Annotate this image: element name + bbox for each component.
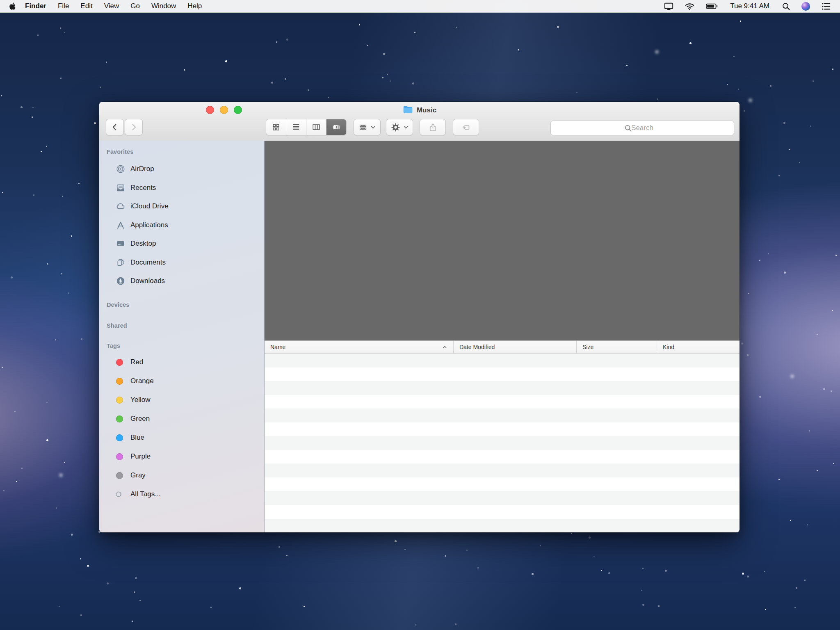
- list-row-stripe: [265, 519, 740, 533]
- sidebar-item-label: Purple: [130, 452, 151, 461]
- tag-color-dot-orange: [116, 378, 123, 385]
- list-row-stripe: [265, 463, 740, 477]
- window-title: Music: [99, 104, 740, 116]
- sidebar-item-applications[interactable]: Applications: [99, 218, 264, 232]
- sidebar-section-favorites: Favorites: [107, 147, 133, 156]
- menu-window[interactable]: Window: [146, 0, 182, 12]
- list-row-stripe: [265, 477, 740, 491]
- icloud-drive-icon: [116, 201, 126, 211]
- documents-icon: [116, 258, 126, 267]
- menu-bar: FinderFileEditViewGoWindowHelp Tue 9:41 …: [0, 0, 840, 13]
- sidebar-item-documents[interactable]: Documents: [99, 256, 264, 269]
- list-row-stripe: [265, 450, 740, 464]
- sidebar-item-label: Green: [130, 415, 150, 423]
- siri-icon[interactable]: [796, 0, 815, 12]
- sidebar-item-label: Blue: [130, 434, 144, 442]
- sidebar-item-label: Documents: [130, 258, 166, 267]
- all-tags-icon: [114, 489, 124, 499]
- sort-ascending-icon: [442, 345, 447, 351]
- list-row-stripe: [265, 409, 740, 422]
- column-header-kind[interactable]: Kind: [657, 341, 740, 353]
- sidebar-item-label: Gray: [130, 471, 146, 479]
- arrange-button[interactable]: [354, 119, 381, 135]
- window-toolbar: Music: [99, 102, 740, 141]
- sidebar-item-label: iCloud Drive: [130, 202, 169, 210]
- recents-icon: [116, 183, 126, 193]
- sidebar-item-gray[interactable]: Gray: [99, 468, 264, 482]
- finder-window: Music FavoritesAirDropRecent: [99, 102, 740, 532]
- sidebar-item-green[interactable]: Green: [99, 412, 264, 426]
- cover-flow-view-button[interactable]: [326, 119, 346, 135]
- column-header-size[interactable]: Size: [577, 341, 657, 353]
- tag-color-dot-yellow: [116, 397, 123, 404]
- share-button[interactable]: [420, 119, 446, 135]
- sidebar-item-purple[interactable]: Purple: [99, 450, 264, 463]
- folder-icon: [402, 104, 413, 117]
- battery-icon[interactable]: [700, 0, 724, 12]
- menu-edit[interactable]: Edit: [75, 0, 98, 12]
- menu-file[interactable]: File: [52, 0, 75, 12]
- list-row-stripe: [265, 422, 740, 436]
- sidebar-item-label: Downloads: [130, 277, 165, 285]
- sidebar-section-devices: Devices: [107, 300, 130, 309]
- menu-finder[interactable]: Finder: [19, 0, 52, 12]
- menu-view[interactable]: View: [98, 0, 125, 12]
- sidebar: FavoritesAirDropRecentsiCloud DriveAppli…: [99, 141, 265, 532]
- sidebar-item-label: Desktop: [130, 240, 156, 248]
- list-row-stripe: [265, 436, 740, 450]
- column-header-name[interactable]: Name: [265, 341, 454, 353]
- list-row-stripe: [265, 354, 740, 368]
- notification-center-icon[interactable]: [815, 0, 840, 12]
- sidebar-item-icloud-drive[interactable]: iCloud Drive: [99, 199, 264, 213]
- action-gear-button[interactable]: [386, 119, 413, 135]
- sidebar-item-blue[interactable]: Blue: [99, 431, 264, 445]
- sidebar-section-tags: Tags: [107, 341, 120, 350]
- menu-items: FinderFileEditViewGoWindowHelp: [0, 0, 208, 12]
- tag-color-dot-gray: [116, 472, 123, 479]
- sidebar-item-recents[interactable]: Recents: [99, 181, 264, 195]
- menu-status-area: Tue 9:41 AM: [658, 0, 840, 12]
- column-header-label: Size: [582, 344, 593, 350]
- sidebar-item-label: Orange: [130, 377, 154, 385]
- menu-clock[interactable]: Tue 9:41 AM: [724, 2, 776, 10]
- menu-go[interactable]: Go: [125, 0, 146, 12]
- apple-menu-icon[interactable]: [9, 2, 16, 10]
- forward-button[interactable]: [125, 119, 143, 135]
- sidebar-item-label: Applications: [130, 221, 168, 229]
- column-header-date-modified[interactable]: Date Modified: [454, 341, 577, 353]
- desktop-icon: [116, 239, 126, 249]
- tag-color-dot-green: [116, 415, 123, 422]
- tag-color-dot-blue: [116, 434, 123, 441]
- sidebar-item-yellow[interactable]: Yellow: [99, 393, 264, 407]
- list-column-headers: NameDate ModifiedSizeKind: [265, 340, 740, 354]
- sidebar-item-airdrop[interactable]: AirDrop: [99, 162, 264, 176]
- sidebar-item-all-tags[interactable]: All Tags...: [99, 487, 264, 501]
- list-view-button[interactable]: [286, 119, 306, 135]
- sidebar-section-shared: Shared: [107, 321, 127, 330]
- airdrop-icon: [116, 164, 126, 174]
- view-mode-segmented-control: [266, 119, 347, 135]
- wifi-icon[interactable]: [679, 0, 700, 12]
- downloads-icon: [116, 276, 126, 286]
- back-button[interactable]: [106, 119, 124, 135]
- list-row-stripe: [265, 395, 740, 409]
- applications-icon: [116, 220, 126, 230]
- file-list-area: [265, 354, 740, 532]
- icon-view-button[interactable]: [266, 119, 286, 135]
- column-view-button[interactable]: [306, 119, 326, 135]
- search-field: [550, 121, 734, 135]
- menu-help[interactable]: Help: [182, 0, 208, 12]
- search-input[interactable]: [551, 121, 734, 135]
- sidebar-item-red[interactable]: Red: [99, 355, 264, 369]
- tag-button[interactable]: [453, 119, 479, 135]
- sidebar-item-label: Red: [130, 358, 143, 366]
- desktop: FinderFileEditViewGoWindowHelp Tue 9:41 …: [0, 0, 840, 630]
- sidebar-item-downloads[interactable]: Downloads: [99, 274, 264, 288]
- airplay-display-icon[interactable]: [658, 0, 679, 12]
- spotlight-search-icon[interactable]: [776, 0, 796, 12]
- sidebar-item-desktop[interactable]: Desktop: [99, 237, 264, 251]
- list-row-stripe: [265, 491, 740, 505]
- sidebar-item-orange[interactable]: Orange: [99, 374, 264, 388]
- tag-color-dot-purple: [116, 453, 123, 460]
- sidebar-item-label: AirDrop: [130, 165, 154, 173]
